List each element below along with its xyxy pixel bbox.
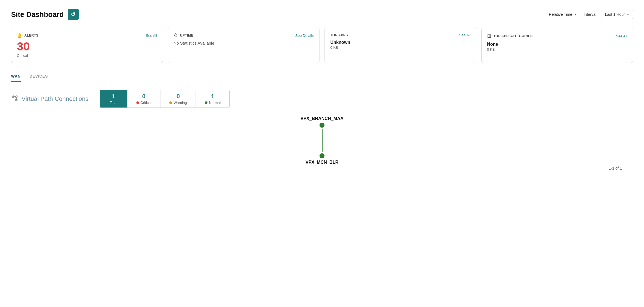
total-number: 1 [112, 93, 115, 100]
tab-devices[interactable]: DEVICES [30, 74, 48, 82]
grid-icon [487, 33, 491, 39]
critical-dot [136, 101, 139, 104]
top-app-name: Unknown [330, 40, 471, 45]
critical-label: Critical [141, 101, 152, 105]
summary-cards: ALERTS See All 30 Critical UPTIME See De… [11, 28, 633, 63]
page-title: Site Dashboard [11, 10, 64, 19]
counter-normal[interactable]: 1 Normal [196, 90, 229, 108]
chevron-down-icon: ▾ [575, 12, 576, 16]
warning-label-row: Warning [169, 101, 187, 105]
top-apps-see-all-link[interactable]: See All [459, 33, 470, 37]
clock-icon [174, 33, 178, 38]
virtual-path-section-header: Virtual Path Connections 1 Total 0 Criti… [11, 90, 633, 108]
bottom-node-label: VPX_MCN_BLR [305, 160, 338, 165]
top-app-size: 0 KB [330, 45, 471, 50]
warning-number: 0 [176, 93, 180, 100]
uptime-card-header: UPTIME See Details [174, 33, 314, 38]
relative-time-label: Relative Time [549, 12, 572, 17]
counter-critical[interactable]: 0 Critical [128, 90, 161, 108]
bell-icon [17, 33, 22, 38]
page-header: Site Dashboard ↺ Relative Time ▾ Interva… [11, 9, 633, 20]
warning-dot [169, 101, 172, 104]
top-app-categories-header: TOP APP CATEGORIES See All [487, 33, 627, 39]
alerts-count: 30 [17, 41, 157, 52]
top-category-size: 0 KB [487, 47, 627, 52]
uptime-see-details-link[interactable]: See Details [295, 34, 314, 38]
uptime-card-title-wrap: UPTIME [174, 33, 193, 38]
interval-label: Interval: [584, 12, 598, 17]
uptime-card: UPTIME See Details No Statistics Availab… [168, 28, 320, 63]
tabs: WAN DEVICES [11, 74, 633, 82]
normal-number: 1 [211, 93, 214, 100]
warning-label: Warning [173, 101, 187, 105]
chevron-down-icon-2: ▾ [627, 12, 629, 16]
virtual-path-icon [11, 94, 18, 103]
alerts-card-title-wrap: ALERTS [17, 33, 38, 38]
top-app-categories-title: TOP APP CATEGORIES [494, 34, 533, 38]
section-title: Virtual Path Connections [22, 95, 89, 103]
alerts-card-title: ALERTS [24, 34, 38, 37]
alerts-card-header: ALERTS See All [17, 33, 157, 38]
top-app-categories-title-wrap: TOP APP CATEGORIES [487, 33, 533, 39]
top-category-name: None [487, 42, 627, 47]
total-label: Total [110, 101, 117, 105]
tabs-section: WAN DEVICES [11, 74, 633, 82]
alerts-card: ALERTS See All 30 Critical [11, 28, 163, 63]
top-apps-card: TOP APPS See All Unknown 0 KB [324, 28, 476, 63]
refresh-icon: ↺ [71, 11, 76, 18]
tab-wan[interactable]: WAN [11, 74, 21, 82]
top-apps-card-header: TOP APPS See All [330, 33, 471, 37]
counter-total[interactable]: 1 Total [100, 90, 128, 108]
connection-line [322, 129, 323, 152]
alerts-subtitle: Critical [17, 53, 157, 58]
top-node-dot [320, 123, 324, 128]
critical-number: 0 [142, 93, 146, 100]
uptime-card-title: UPTIME [180, 34, 193, 37]
header-right: Relative Time ▾ Interval: Last 1 Hour ▾ [545, 10, 633, 19]
top-apps-title-wrap: TOP APPS [330, 33, 348, 37]
section-title-wrap: Virtual Path Connections [11, 94, 89, 103]
uptime-no-data: No Statistics Available [174, 41, 314, 45]
diagram-wrapper: VPX_BRANCH_MAA VPX_MCN_BLR 1-1 of 1 [11, 116, 633, 165]
top-app-categories-card: TOP APP CATEGORIES See All None 0 KB [481, 28, 633, 63]
normal-label: Normal [209, 101, 220, 105]
interval-dropdown[interactable]: Last 1 Hour ▾ [601, 10, 633, 19]
status-counters: 1 Total 0 Critical 0 Warning [100, 90, 230, 108]
top-apps-card-title: TOP APPS [330, 33, 348, 37]
critical-label-row: Critical [136, 101, 152, 105]
header-left: Site Dashboard ↺ [11, 9, 79, 20]
relative-time-dropdown[interactable]: Relative Time ▾ [545, 10, 580, 19]
top-app-categories-see-all-link[interactable]: See All [616, 34, 627, 38]
refresh-button[interactable]: ↺ [68, 9, 79, 20]
top-node-label: VPX_BRANCH_MAA [300, 116, 344, 121]
total-label-row: Total [110, 101, 117, 105]
alerts-see-all-link[interactable]: See All [146, 34, 157, 38]
page-container: Site Dashboard ↺ Relative Time ▾ Interva… [0, 0, 644, 307]
diagram-area: VPX_BRANCH_MAA VPX_MCN_BLR [11, 116, 633, 165]
counter-warning[interactable]: 0 Warning [160, 90, 196, 108]
bottom-node-dot [320, 153, 324, 158]
pagination-label: 1-1 of 1 [609, 166, 622, 170]
interval-value: Last 1 Hour [605, 12, 625, 17]
normal-dot [205, 101, 207, 104]
normal-label-row: Normal [205, 101, 220, 105]
